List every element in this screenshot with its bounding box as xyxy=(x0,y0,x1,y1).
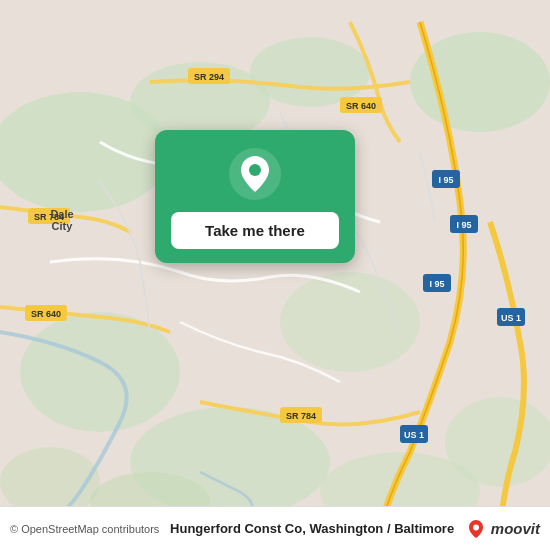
moovit-pin-icon xyxy=(465,518,487,540)
map-container: I 95 I 95 I 95 US 1 US 1 SR 294 SR 784 S… xyxy=(0,0,550,550)
popup-card: Take me there xyxy=(155,130,355,263)
svg-text:I 95: I 95 xyxy=(429,279,444,289)
bottom-bar: © OpenStreetMap contributors Hungerford … xyxy=(0,506,550,550)
svg-text:City: City xyxy=(52,220,74,232)
svg-text:Dale: Dale xyxy=(50,208,73,220)
svg-text:SR 640: SR 640 xyxy=(346,101,376,111)
svg-text:I 95: I 95 xyxy=(438,175,453,185)
svg-point-3 xyxy=(250,37,370,107)
svg-text:SR 294: SR 294 xyxy=(194,72,224,82)
svg-point-9 xyxy=(445,397,550,487)
svg-text:I 95: I 95 xyxy=(456,220,471,230)
svg-point-36 xyxy=(473,524,479,530)
svg-text:SR 640: SR 640 xyxy=(31,309,61,319)
osm-attribution: © OpenStreetMap contributors xyxy=(10,523,159,535)
location-name: Hungerford Const Co, Washington / Baltim… xyxy=(159,521,464,536)
svg-point-4 xyxy=(410,32,550,132)
take-me-there-button[interactable]: Take me there xyxy=(171,212,339,249)
map-background: I 95 I 95 I 95 US 1 US 1 SR 294 SR 784 S… xyxy=(0,0,550,550)
svg-point-5 xyxy=(20,312,180,432)
moovit-logo: moovit xyxy=(465,518,540,540)
svg-text:US 1: US 1 xyxy=(404,430,424,440)
svg-point-35 xyxy=(249,164,261,176)
location-pin-icon xyxy=(229,148,281,200)
svg-text:SR 784: SR 784 xyxy=(286,411,316,421)
moovit-brand-text: moovit xyxy=(491,520,540,537)
svg-text:US 1: US 1 xyxy=(501,313,521,323)
